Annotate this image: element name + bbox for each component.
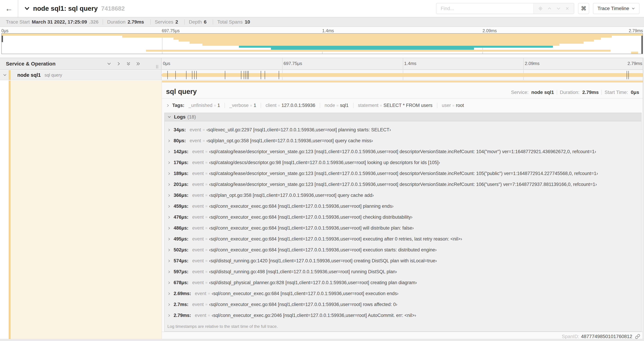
collapse-all-icon[interactable] xyxy=(126,62,131,66)
tag-item[interactable]: statement = SELECT * FROM users xyxy=(353,103,437,108)
locate-icon[interactable] xyxy=(538,6,543,11)
log-field-value: ‹sql/conn_executor_exec.go:684 [nsql1,cl… xyxy=(212,291,398,296)
log-field-value: ‹sql/conn_executor_exec.go:684 [nsql1,cl… xyxy=(209,236,462,242)
log-field-key: event xyxy=(190,138,201,143)
log-expand-icon[interactable] xyxy=(168,139,171,143)
tags-label: Tags: xyxy=(172,103,184,108)
log-row[interactable]: 189μs: event = ‹sql/catalog/lease/descri… xyxy=(165,168,641,179)
log-row[interactable]: 495μs: event = ‹sql/conn_executor_exec.g… xyxy=(165,234,641,244)
minimap-right-scrubber-handle[interactable] xyxy=(642,34,642,54)
log-row[interactable]: 142μs: event = ‹sql/catalog/lease/descri… xyxy=(165,146,641,157)
log-marker-tick xyxy=(247,71,248,79)
trace-minimap-canvas[interactable] xyxy=(2,33,643,54)
log-expand-icon[interactable] xyxy=(168,314,171,317)
trace-summary-item: Services 2 xyxy=(155,19,180,25)
deep-link-icon[interactable] xyxy=(635,334,640,339)
span-duration-bar[interactable] xyxy=(162,73,644,77)
log-timestamp: 2.69ms: xyxy=(174,291,191,296)
ruler-tick-label: 0μs xyxy=(163,61,170,66)
log-expand-icon[interactable] xyxy=(168,183,171,186)
log-field-key: event xyxy=(190,127,201,133)
log-expand-icon[interactable] xyxy=(168,194,171,197)
trace-summary-item: Duration 2.79ms xyxy=(107,19,146,25)
keyboard-shortcuts-button[interactable]: ⌘ xyxy=(578,3,589,14)
find-group xyxy=(436,3,574,14)
detail-header: sql query Service:node sql1 Duration:2.7… xyxy=(162,83,644,99)
tag-item[interactable]: user = root xyxy=(437,103,468,108)
log-row[interactable]: 366μs: event = ‹sql/plan_opt.go:358 [nsq… xyxy=(165,190,641,201)
back-button[interactable]: ← xyxy=(0,0,18,17)
span-color-accent xyxy=(9,70,10,80)
expand-one-icon[interactable] xyxy=(116,62,121,66)
log-expand-icon[interactable] xyxy=(168,292,171,295)
log-row[interactable]: 80μs: event = ‹sql/plan_opt.go:358 [nsql… xyxy=(165,135,641,146)
log-row[interactable]: 2.69ms: event = ‹sql/conn_executor_exec.… xyxy=(165,288,641,299)
log-row[interactable]: 459μs: event = ‹sql/conn_executor_exec.g… xyxy=(165,201,641,212)
next-result-icon[interactable] xyxy=(556,6,561,11)
log-marker-tick xyxy=(627,71,627,79)
tag-item[interactable]: client = 127.0.0.1:59936 xyxy=(261,103,320,108)
log-expand-icon[interactable] xyxy=(168,172,171,175)
log-timestamp: 176μs: xyxy=(174,160,188,165)
log-row[interactable]: 34μs: event = ‹sql/exec_util.go:2297 [ns… xyxy=(165,124,641,135)
log-field-key: event xyxy=(192,171,204,176)
log-timestamp: 459μs: xyxy=(174,204,188,209)
chevron-down-icon[interactable] xyxy=(24,6,30,12)
minimap-time-labels: 0μs 697.75μs 1.4ms 2.09ms 2.79ms xyxy=(2,28,643,34)
separator xyxy=(184,20,185,25)
log-field-value: ‹sql/plan_opt.go:358 [nsql1,client=127.0… xyxy=(206,138,373,143)
tag-item[interactable]: _verbose = 1 xyxy=(224,103,261,108)
log-row[interactable]: 476μs: event = ‹sql/conn_executor_exec.g… xyxy=(165,212,641,223)
jaeger-trace-page: ← node sql1: sql query 7418682 xyxy=(0,0,644,341)
log-marker-tick xyxy=(248,71,248,79)
log-expand-icon[interactable] xyxy=(168,259,171,263)
log-field-key: event xyxy=(195,313,206,318)
log-expand-icon[interactable] xyxy=(168,226,171,230)
logs-header[interactable]: Logs (18) xyxy=(165,113,641,121)
find-input[interactable] xyxy=(436,3,534,14)
log-expand-icon[interactable] xyxy=(168,150,171,154)
span-row-node-sql1[interactable]: node sql1 sql query xyxy=(0,70,644,80)
expand-all-icon[interactable] xyxy=(136,62,140,66)
chevron-down-icon xyxy=(632,7,635,10)
log-expand-icon[interactable] xyxy=(168,281,171,284)
log-row[interactable]: 597μs: event = ‹sql/distsql_running.go:4… xyxy=(165,266,641,277)
detail-span-bar xyxy=(162,81,644,83)
log-row[interactable]: 176μs: event = ‹sql/catalog/descs/descri… xyxy=(165,157,641,168)
trace-summary-item: Trace Start March 31 2022, 17:25:09 .326 xyxy=(6,19,98,25)
log-expand-icon[interactable] xyxy=(168,216,171,219)
log-expand-icon[interactable] xyxy=(168,303,171,306)
collapse-span-icon[interactable] xyxy=(3,73,9,77)
log-row[interactable]: 2.7ms: event = ‹sql/conn_executor_exec.g… xyxy=(165,299,641,310)
trace-view-selector[interactable]: Trace Timeline xyxy=(593,3,640,14)
tags-expand-icon[interactable] xyxy=(166,104,170,107)
log-marker-tick xyxy=(241,71,241,79)
log-marker-tick xyxy=(225,71,225,79)
clear-search-icon[interactable] xyxy=(565,7,570,11)
ruler-gridline xyxy=(523,58,524,70)
log-row[interactable]: 574μs: event = ‹sql/distsql_running.go:1… xyxy=(165,255,641,266)
log-expand-icon[interactable] xyxy=(168,270,171,274)
tag-item[interactable]: _unfinished = 1 xyxy=(188,103,224,108)
log-marker-tick xyxy=(244,71,244,79)
log-expand-icon[interactable] xyxy=(168,128,171,132)
log-row[interactable]: 2.79ms: event = ‹sql/conn_executor_exec.… xyxy=(165,310,641,321)
vertical-scrollbar-track[interactable] xyxy=(643,58,644,341)
log-expand-icon[interactable] xyxy=(168,248,171,252)
log-row[interactable]: 678μs: event = ‹sql/distsql_physical_pla… xyxy=(165,277,641,288)
log-row[interactable]: 502μs: event = ‹sql/conn_executor_exec.g… xyxy=(165,244,641,255)
collapse-one-icon[interactable] xyxy=(107,62,111,66)
log-field-value: ‹sql/conn_executor_exec.go:684 [nsql1,cl… xyxy=(209,302,397,307)
log-expand-icon[interactable] xyxy=(168,237,171,241)
prev-result-icon[interactable] xyxy=(547,6,552,11)
span-bar-cell[interactable] xyxy=(162,70,644,80)
tag-item[interactable]: node = sql1 xyxy=(320,103,353,108)
log-field-value: ‹sql/conn_executor_exec.go:684 [nsql1,cl… xyxy=(209,225,414,231)
span-row-name-cell[interactable]: node sql1 sql query xyxy=(0,70,162,80)
log-expand-icon[interactable] xyxy=(168,205,171,208)
horizontal-scrollbar-track[interactable] xyxy=(0,339,644,341)
log-expand-icon[interactable] xyxy=(168,161,171,164)
log-row[interactable]: 486μs: event = ‹sql/conn_executor_exec.g… xyxy=(165,223,641,234)
log-row[interactable]: 201μs: event = ‹sql/catalog/lease/descri… xyxy=(165,179,641,190)
column-resizer-handle[interactable] xyxy=(156,65,158,69)
